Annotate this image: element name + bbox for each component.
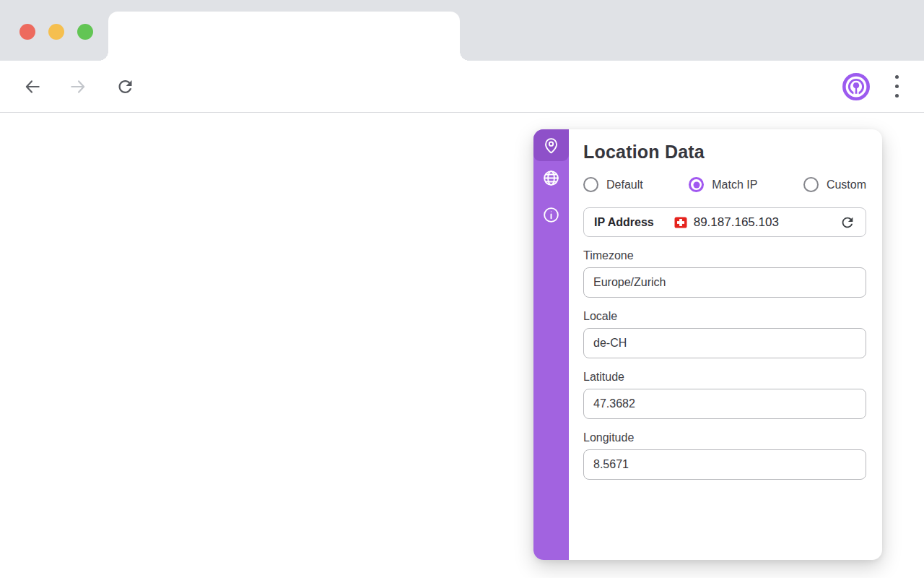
locale-label: Locale — [583, 310, 866, 323]
mode-option-custom[interactable]: Custom — [803, 177, 866, 192]
minimize-window-button[interactable] — [48, 24, 64, 40]
timezone-input[interactable] — [583, 267, 866, 298]
page-content: Location Data Default Match IP Custom — [0, 113, 924, 578]
switzerland-flag-icon — [674, 217, 687, 228]
mode-label: Custom — [827, 178, 866, 191]
location-pin-icon — [542, 137, 560, 155]
radio-icon — [583, 177, 598, 192]
browser-tab[interactable] — [108, 12, 460, 61]
browser-toolbar — [0, 61, 924, 113]
longitude-input[interactable] — [583, 449, 866, 480]
maximize-window-button[interactable] — [77, 24, 93, 40]
reload-icon — [116, 77, 135, 96]
ip-address-value: 89.187.165.103 — [694, 215, 779, 230]
radio-icon — [803, 177, 819, 192]
forward-arrow-icon — [69, 77, 87, 96]
window-controls — [19, 24, 93, 40]
popup-sidebar — [533, 129, 569, 560]
ip-refresh-button[interactable] — [838, 213, 857, 232]
mode-label: Match IP — [712, 178, 757, 191]
radio-icon — [689, 177, 704, 192]
globe-icon — [542, 169, 560, 187]
ip-address-label: IP Address — [594, 216, 654, 229]
kebab-menu-icon — [895, 75, 899, 79]
popup-content: Location Data Default Match IP Custom — [569, 129, 882, 560]
location-extension-icon — [842, 72, 871, 101]
mode-label: Default — [606, 178, 643, 191]
extension-button[interactable] — [842, 72, 871, 101]
timezone-label: Timezone — [583, 249, 866, 262]
back-button[interactable] — [23, 77, 42, 96]
ip-address-row: IP Address 89.187.165.103 — [583, 207, 866, 237]
sidebar-item-info[interactable] — [533, 199, 569, 230]
info-icon — [542, 206, 560, 224]
close-window-button[interactable] — [19, 24, 35, 40]
browser-menu-button[interactable] — [889, 72, 904, 101]
forward-button[interactable] — [69, 77, 87, 96]
sidebar-item-globe[interactable] — [533, 162, 569, 194]
location-extension-popup: Location Data Default Match IP Custom — [533, 129, 882, 560]
back-arrow-icon — [23, 77, 42, 96]
longitude-label: Longitude — [583, 431, 866, 444]
tab-strip — [0, 0, 924, 61]
sidebar-item-location[interactable] — [533, 129, 569, 161]
mode-option-match-ip[interactable]: Match IP — [689, 177, 757, 192]
popup-title: Location Data — [583, 142, 866, 163]
mode-radio-group: Default Match IP Custom — [583, 177, 866, 192]
browser-window: Location Data Default Match IP Custom — [0, 0, 924, 578]
latitude-input[interactable] — [583, 389, 866, 419]
latitude-label: Latitude — [583, 371, 866, 384]
locale-input[interactable] — [583, 328, 866, 358]
refresh-icon — [840, 215, 855, 230]
reload-button[interactable] — [116, 77, 135, 96]
mode-option-default[interactable]: Default — [583, 177, 643, 192]
